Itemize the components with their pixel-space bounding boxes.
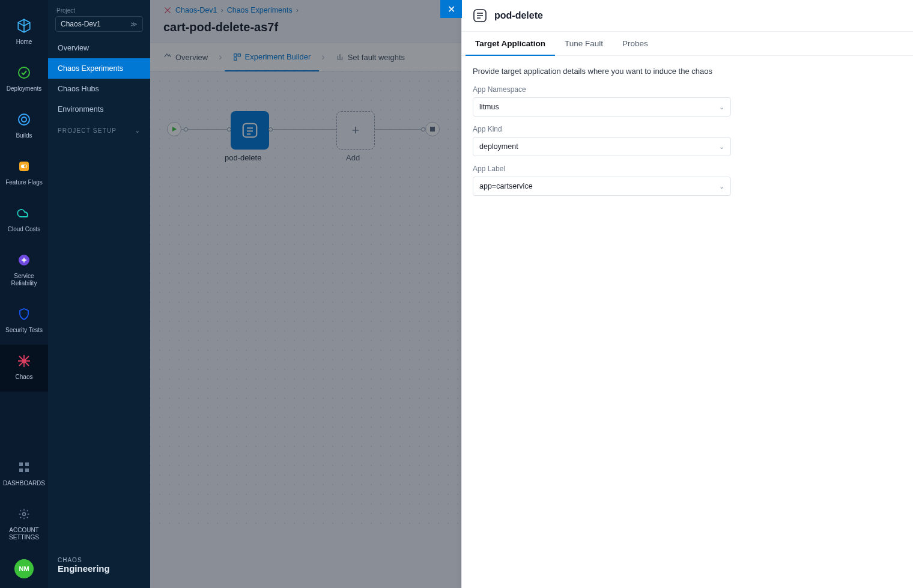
rail-deployments[interactable]: Deployments [0,56,48,103]
sidebar-item-overview[interactable]: Overview [48,38,150,58]
project-setup-label: PROJECT SETUP [58,127,117,134]
chevron-down-icon: ⌄ [719,103,724,111]
svg-point-5 [24,165,26,168]
panel-tab-target-application[interactable]: Target Application [466,32,555,56]
rail-label: Builds [16,132,32,139]
weights-icon [336,53,344,61]
rail-security-tests[interactable]: Security Tests [0,298,48,345]
rail-label: ACCOUNT SETTINGS [2,527,46,541]
project-setup-header[interactable]: PROJECT SETUP ⌄ [48,120,150,142]
project-label: Project [48,6,150,16]
chevron-down-icon: ⌄ [135,127,141,135]
app-namespace-select[interactable]: litmus ⌄ [473,97,731,117]
chevron-right-icon: › [319,43,327,71]
add-node-label: Add [346,153,360,162]
user-avatar[interactable]: NM [14,559,34,578]
chevron-down-icon: ⌄ [719,183,724,190]
connector-dot [421,127,425,132]
app-kind-select[interactable]: deployment ⌄ [473,137,731,156]
chevron-right-icon: › [216,43,224,71]
rail-cloud-costs[interactable]: Cloud Costs [0,197,48,244]
field-value: deployment [479,142,518,151]
close-panel-button[interactable]: ✕ [440,0,462,18]
panel-tabs: Target Application Tune Fault Probes [462,32,913,56]
panel-body: Provide target application details where… [462,56,913,215]
svg-rect-15 [243,124,257,138]
panel-title: pod-delete [494,10,543,21]
rail-label: Service Reliability [2,273,46,287]
footer-sub: CHAOS [58,557,141,563]
rail-account-settings[interactable]: ACCOUNT SETTINGS [0,498,48,552]
svg-rect-9 [19,468,23,472]
svg-point-2 [22,117,26,122]
project-name: Chaos-Dev1 [61,20,101,28]
add-node[interactable]: + [336,111,375,150]
field-app-namespace: App Namespace litmus ⌄ [473,85,902,117]
side-nav: Project Chaos-Dev1 ≫ Overview Chaos Expe… [48,0,150,588]
panel-tab-tune-fault[interactable]: Tune Fault [555,32,613,55]
rail-label: DASHBOARDS [3,480,45,487]
app-label-select[interactable]: app=cartservice ⌄ [473,177,731,196]
rail-label: Feature Flags [5,179,43,186]
home-icon [15,17,33,35]
tab-weights-label: Set fault weights [348,53,405,62]
sidebar-item-chaos-experiments[interactable]: Chaos Experiments [48,58,150,79]
field-app-kind: App Kind deployment ⌄ [473,125,902,156]
dashboards-icon [15,458,33,476]
field-label: App Label [473,165,902,173]
chevron-right-icon: › [220,6,223,14]
svg-rect-10 [25,468,29,472]
tab-experiment-builder[interactable]: Experiment Builder [225,43,320,71]
reliability-icon [15,251,33,269]
start-node[interactable] [167,122,181,136]
rail-feature-flags[interactable]: Feature Flags [0,150,48,197]
crumb-chaos-experiments[interactable]: Chaos Experiments [227,6,293,14]
main-area: Chaos-Dev1 › Chaos Experiments › cart-po… [150,0,913,588]
sidebar-item-environments[interactable]: Environments [48,99,150,120]
overview-icon [163,53,172,61]
rail-builds[interactable]: Builds [0,103,48,150]
sidebar-footer: CHAOS Engineering [48,548,150,588]
svg-rect-8 [25,462,29,466]
tab-set-fault-weights[interactable]: Set fault weights [327,43,413,71]
panel-tab-probes[interactable]: Probes [613,32,658,55]
left-icon-rail: Home Deployments Builds Feature Flags Cl… [0,0,48,588]
field-label: App Kind [473,125,902,133]
gear-icon [15,505,33,523]
sidebar-item-chaos-hubs[interactable]: Chaos Hubs [48,79,150,99]
shield-icon [15,305,33,323]
rail-label: Cloud Costs [8,226,40,233]
connector-dot [184,127,188,132]
chaos-small-icon [163,6,172,14]
tab-overview[interactable]: Overview [155,43,216,71]
svg-rect-7 [19,462,23,466]
rail-dashboards[interactable]: DASHBOARDS [0,451,48,498]
rail-chaos[interactable]: Chaos [0,345,48,392]
builder-icon [233,53,241,61]
node-pod-delete-label: pod-delete [225,153,261,162]
deployments-icon [15,64,33,82]
svg-rect-12 [234,53,236,56]
chaos-icon [15,352,33,370]
project-selector[interactable]: Chaos-Dev1 ≫ [55,16,143,32]
footer-main: Engineering [58,563,141,574]
pod-delete-icon [473,8,487,23]
svg-rect-14 [234,58,236,60]
end-node[interactable] [425,122,440,136]
rail-label: Deployments [7,85,41,92]
field-app-label: App Label app=cartservice ⌄ [473,165,902,196]
chevron-right-icon: › [296,6,299,14]
panel-description: Provide target application details where… [473,67,902,76]
rail-service-reliability[interactable]: Service Reliability [0,244,48,298]
svg-rect-16 [430,127,435,132]
flag-icon [15,157,33,175]
field-label: App Namespace [473,85,902,94]
crumb-chaos-dev1[interactable]: Chaos-Dev1 [175,6,217,14]
tab-overview-label: Overview [175,53,208,62]
field-value: litmus [479,103,499,111]
node-pod-delete[interactable] [231,111,269,150]
svg-rect-13 [238,53,240,56]
connector-line [174,129,438,130]
builds-icon [15,111,33,129]
rail-home[interactable]: Home [0,10,48,56]
